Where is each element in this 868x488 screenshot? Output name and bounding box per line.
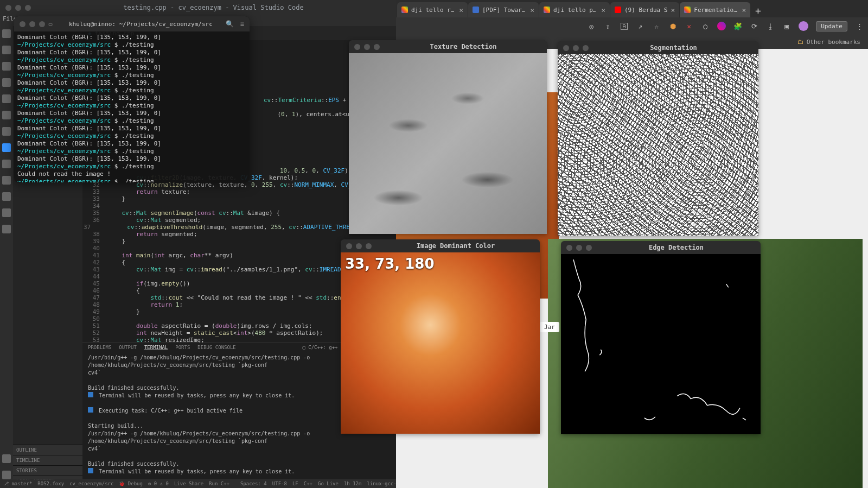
cv-window-color[interactable]: Image Dominant Color 33, 73, 180 xyxy=(341,239,540,434)
account-icon[interactable] xyxy=(2,454,11,463)
window-controls[interactable] xyxy=(14,21,45,27)
browser-tab[interactable]: [PDF] Towards × xyxy=(468,2,539,17)
other-icon[interactable] xyxy=(2,208,11,217)
new-tab-icon[interactable]: ▭ xyxy=(45,21,56,28)
scm-icon[interactable] xyxy=(2,62,11,71)
status-bar[interactable]: ⎇ master* ROS2.foxy cv_ecoenzym/src 🐞 De… xyxy=(0,479,396,488)
window-controls[interactable] xyxy=(0,5,31,11)
extensions-icon[interactable] xyxy=(2,94,11,103)
color-image: 33, 73, 180 xyxy=(341,252,540,434)
gnome-terminal-window[interactable]: ▭ khuluq@ninno: ~/Projects/cv_ecoenzym/s… xyxy=(14,16,250,182)
window-controls[interactable] xyxy=(558,45,589,51)
debug-icon[interactable] xyxy=(2,78,11,87)
gnome-terminal-header[interactable]: ▭ khuluq@ninno: ~/Projects/cv_ecoenzym/s… xyxy=(14,16,250,31)
ext1-icon[interactable]: ⬢ xyxy=(668,22,677,30)
cv-window-segment[interactable]: Segmentation xyxy=(558,41,758,236)
extensions-icon[interactable]: 🧩 xyxy=(733,22,742,30)
activity-bar[interactable] xyxy=(0,26,13,479)
tab-ports[interactable]: PORTS xyxy=(175,345,190,350)
reload-icon[interactable]: ⟳ xyxy=(750,22,758,30)
sb-target[interactable]: cv_ecoenzym/src xyxy=(69,481,113,486)
translate-icon[interactable]: 🄰 xyxy=(620,22,628,30)
hamburger-icon[interactable]: ≡ xyxy=(240,20,244,28)
sb-debug[interactable]: 🐞 Debug xyxy=(119,481,143,486)
browser-tab[interactable]: dji tello ros2 au × xyxy=(397,2,468,17)
sb-time[interactable]: 1h 12m xyxy=(344,481,362,486)
send-icon[interactable]: ↗ xyxy=(636,22,644,30)
close-icon[interactable] xyxy=(20,21,25,27)
browser-tab[interactable]: (9) Berdua S × xyxy=(610,2,679,17)
explorer-icon[interactable] xyxy=(2,29,11,38)
sb-lang[interactable]: C++ xyxy=(304,481,312,486)
vscode-titlebar: testing.cpp - cv_ecoenzym - Visual Studi… xyxy=(0,0,396,15)
chrome-toolbar[interactable]: ◎ ⇪ 🄰 ↗ ☆ ⬢ ✕ ◯ 🧩 ⟳ ⭳ ▣ Update ⋮ xyxy=(396,17,868,35)
close-tab-icon[interactable]: × xyxy=(742,6,746,14)
favicon-icon xyxy=(615,7,621,13)
sb-encoding[interactable]: UTF-8 xyxy=(272,481,287,486)
jar-label[interactable]: Jar xyxy=(540,322,559,332)
docker-icon[interactable] xyxy=(2,143,11,152)
new-tab-button[interactable]: + xyxy=(751,3,765,17)
gear-icon[interactable] xyxy=(2,471,11,479)
chrome-tabstrip[interactable]: dji tello ros2 au × [PDF] Towards × dji … xyxy=(396,0,868,17)
cv-window-edge[interactable]: Edge Detection xyxy=(561,241,761,434)
gnome-terminal-title: khuluq@ninno: ~/Projects/cv_ecoenzym/src xyxy=(56,21,226,28)
sb-errors[interactable]: ⊗ 0 ⚠ 0 xyxy=(148,481,169,486)
sb-ros[interactable]: ROS2.foxy xyxy=(37,481,64,486)
maximize-icon[interactable] xyxy=(25,5,31,11)
sb-branch[interactable]: ⎇ master* xyxy=(3,481,32,486)
tab-label: Fermentation F xyxy=(694,7,738,14)
more-icon[interactable]: ⋮ xyxy=(855,22,864,30)
tab-output[interactable]: OUTPUT xyxy=(119,345,137,350)
tab-debug[interactable]: DEBUG CONSOLE xyxy=(197,345,235,350)
minimize-icon[interactable] xyxy=(15,5,21,11)
sb-liveshare[interactable]: Live Share xyxy=(174,481,203,486)
close-tab-icon[interactable]: × xyxy=(530,6,534,14)
close-tab-icon[interactable]: × xyxy=(601,6,605,14)
remote-icon[interactable] xyxy=(2,111,11,119)
download-icon[interactable]: ⭳ xyxy=(766,22,775,30)
other2-icon[interactable] xyxy=(2,225,11,233)
bookmarks-icon[interactable] xyxy=(2,192,11,201)
search-icon[interactable]: 🔍 xyxy=(226,20,234,28)
window-controls[interactable] xyxy=(561,245,592,251)
profile-avatar[interactable] xyxy=(799,21,808,31)
google-lens-icon[interactable]: ◎ xyxy=(587,22,596,30)
ext4-icon[interactable] xyxy=(717,22,726,30)
share-icon[interactable]: ⇪ xyxy=(603,22,612,30)
liveshare-icon[interactable] xyxy=(2,160,11,168)
sb-golive[interactable]: Go Live xyxy=(318,481,339,486)
ext3-icon[interactable]: ◯ xyxy=(701,22,710,30)
tab-problems[interactable]: PROBLEMS xyxy=(88,345,111,350)
window-controls[interactable] xyxy=(341,243,372,249)
close-tab-icon[interactable]: × xyxy=(671,6,675,14)
star-icon[interactable]: ☆ xyxy=(652,22,661,30)
sidepanel-icon[interactable]: ▣ xyxy=(782,22,791,30)
other-bookmarks[interactable]: Other bookmarks xyxy=(807,39,860,46)
minimize-icon[interactable] xyxy=(29,21,35,27)
sb-eol[interactable]: LF xyxy=(292,481,298,486)
close-tab-icon[interactable]: × xyxy=(459,6,463,14)
browser-tab[interactable]: dji tello png - G × xyxy=(539,2,610,17)
close-icon[interactable] xyxy=(5,5,11,11)
sb-runcpp[interactable]: Run C++ xyxy=(209,481,229,486)
sp-stories[interactable]: STORIES xyxy=(13,465,82,476)
sp-outline[interactable]: OUTLINE xyxy=(13,445,82,455)
window-controls[interactable] xyxy=(349,44,380,50)
sb-spaces[interactable]: Spaces: 4 xyxy=(240,481,267,486)
tab-terminal[interactable]: TERMINAL xyxy=(144,345,168,350)
tab-label: dji tello png - G xyxy=(553,7,598,14)
cv-window-texture[interactable]: Texture Detection xyxy=(349,40,547,234)
gnome-terminal-body[interactable]: Dominant Colot (BGR): [135, 153, 199, 0]… xyxy=(14,31,250,182)
cmake-icon[interactable] xyxy=(2,176,11,185)
browser-tab[interactable]: Fermentation F × xyxy=(680,2,750,17)
folder-icon: 🗀 xyxy=(797,39,803,46)
update-button[interactable]: Update xyxy=(816,21,847,31)
search-icon[interactable] xyxy=(2,46,11,54)
test-icon[interactable] xyxy=(2,127,11,136)
ext2-icon[interactable]: ✕ xyxy=(685,22,693,30)
favicon-icon xyxy=(401,7,408,13)
maximize-icon[interactable] xyxy=(39,21,45,27)
sp-timeline[interactable]: TIMELINE xyxy=(13,455,82,465)
sb-gcc[interactable]: linux-gcc-x64 xyxy=(367,481,396,486)
